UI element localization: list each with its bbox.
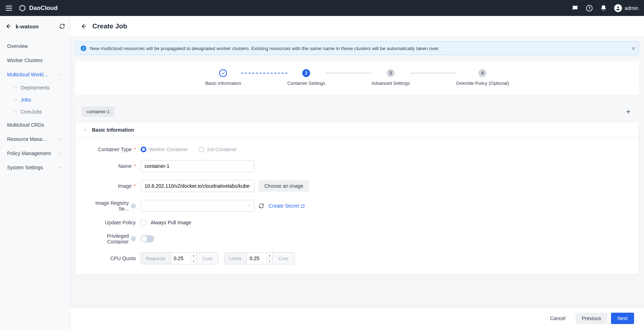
sidebar-item-worker-clusters[interactable]: Worker Clusters xyxy=(0,53,70,67)
menu-icon[interactable] xyxy=(6,6,12,11)
add-container-button[interactable]: + xyxy=(624,107,633,116)
container-tabs: container-1 + xyxy=(75,102,639,122)
radio-icon xyxy=(199,147,204,152)
panel-title: Basic Information xyxy=(92,127,134,133)
sidebar-item-multicloud-crds[interactable]: Multicloud CRDs xyxy=(0,118,70,132)
help-icon[interactable]: ? xyxy=(131,203,136,208)
cluster-name: k-watson xyxy=(16,23,39,29)
step-3[interactable]: 3 Advanced Settings xyxy=(372,69,410,86)
step-connector xyxy=(410,73,456,73)
sidebar-item-overview[interactable]: Overview xyxy=(0,39,70,53)
info-icon: i xyxy=(81,45,86,51)
username: admin xyxy=(625,5,638,11)
row-cpu-quota: CPU Quota Requests ▲▼ Core Limits xyxy=(86,252,629,264)
step-1[interactable]: Basic Information xyxy=(205,69,241,86)
stepper-icon[interactable]: ▲▼ xyxy=(190,253,197,264)
sidebar-item-multicloud-workloads[interactable]: Multicloud Worklo... xyxy=(0,67,70,82)
row-name: Name* xyxy=(86,160,629,172)
previous-button[interactable]: Previous xyxy=(575,313,607,324)
topbar: DaoCloud ? admin xyxy=(0,0,644,16)
refresh-icon[interactable] xyxy=(259,203,264,209)
sidebar-item-deployments[interactable]: Deployments xyxy=(0,82,70,94)
chevron-down-icon xyxy=(59,137,63,141)
name-input[interactable] xyxy=(141,160,254,172)
avatar-icon xyxy=(614,4,622,12)
sidebar-item-resource-management[interactable]: Resource Manage... xyxy=(0,132,70,146)
row-update-policy: Update Policy Always Pull Image xyxy=(86,220,629,225)
refresh-icon[interactable] xyxy=(59,23,65,29)
cpu-requests-group: Requests ▲▼ Core xyxy=(141,252,218,264)
user-menu[interactable]: admin xyxy=(614,4,638,12)
always-pull-checkbox[interactable] xyxy=(141,220,146,225)
next-button[interactable]: Next xyxy=(611,313,634,324)
cpu-limits-input[interactable] xyxy=(247,253,266,264)
requests-label: Requests xyxy=(141,253,171,264)
unit-label: Core xyxy=(273,253,294,264)
step-circle: 4 xyxy=(478,69,486,77)
chevron-down-icon xyxy=(59,151,63,155)
sidebar-item-system-settings[interactable]: System Settings xyxy=(0,160,70,175)
main: Create Job i New multicloud resources wi… xyxy=(70,16,644,329)
limits-label: Limits xyxy=(224,253,247,264)
close-icon[interactable]: × xyxy=(632,45,635,52)
row-privileged: Privileged Container? xyxy=(86,233,629,245)
help-icon[interactable]: ? xyxy=(131,236,136,241)
external-link-icon xyxy=(301,204,305,208)
topbar-left: DaoCloud xyxy=(6,4,58,12)
radio-init-container[interactable]: Init Container xyxy=(199,147,237,152)
container-tab-1[interactable]: container-1 xyxy=(82,106,115,117)
page-title: Create Job xyxy=(92,22,127,30)
stepper-card: Basic Information 2 Container Settings 3… xyxy=(75,61,639,95)
create-secret-link[interactable]: Create Secret xyxy=(269,203,305,209)
sidebar-item-policy-management[interactable]: Policy Management xyxy=(0,146,70,160)
radio-worker-container[interactable]: Worker Container xyxy=(141,147,188,152)
chevron-down-icon xyxy=(83,128,87,132)
info-alert: i New multicloud resources will be propa… xyxy=(75,42,639,55)
panel-body: Container Type* Worker Container Init Co… xyxy=(76,138,639,274)
sidebar-item-cronjobs[interactable]: CronJobs xyxy=(0,106,70,118)
check-icon xyxy=(219,69,227,77)
cancel-button[interactable]: Cancel xyxy=(543,313,572,324)
chevron-up-icon xyxy=(59,72,63,77)
content: i New multicloud resources will be propa… xyxy=(70,37,644,307)
sidebar-item-jobs[interactable]: Jobs xyxy=(0,94,70,106)
bell-icon[interactable] xyxy=(600,5,607,12)
step-connector xyxy=(325,73,372,73)
topbar-right: ? admin xyxy=(572,4,638,12)
stepper-icon[interactable]: ▲▼ xyxy=(266,253,273,264)
chevron-down-icon xyxy=(59,165,63,170)
unit-label: Core xyxy=(197,253,218,264)
cpu-requests-input[interactable] xyxy=(171,253,190,264)
row-container-type: Container Type* Worker Container Init Co… xyxy=(86,147,629,152)
brand[interactable]: DaoCloud xyxy=(18,4,58,12)
basic-info-panel: Basic Information Container Type* Worker… xyxy=(75,122,639,275)
page-back-icon[interactable] xyxy=(80,23,87,29)
form-card: container-1 + Basic Information Containe… xyxy=(75,102,639,275)
always-pull-label: Always Pull Image xyxy=(151,220,191,225)
step-2[interactable]: 2 Container Settings xyxy=(287,69,325,86)
chevron-down-icon xyxy=(246,204,250,208)
footer-bar: Cancel Previous Next xyxy=(70,307,644,329)
registry-secret-select[interactable] xyxy=(141,200,254,212)
privileged-toggle[interactable] xyxy=(141,235,154,242)
alert-text: New multicloud resources will be propaga… xyxy=(90,46,439,51)
step-circle: 2 xyxy=(302,69,310,77)
image-input[interactable] xyxy=(141,180,254,192)
svg-text:?: ? xyxy=(588,6,591,10)
step-4[interactable]: 4 Override Policy (Optional) xyxy=(456,69,509,86)
message-icon[interactable] xyxy=(572,5,579,12)
sidebar-header: k-watson xyxy=(0,21,70,36)
cpu-limits-group: Limits ▲▼ Core xyxy=(224,252,294,264)
svg-point-2 xyxy=(617,6,619,8)
back-arrow-icon[interactable] xyxy=(5,23,11,29)
panel-header[interactable]: Basic Information xyxy=(76,122,639,138)
sidebar: k-watson Overview Worker Clusters Multic… xyxy=(0,16,70,329)
choose-image-button[interactable]: Choose an image xyxy=(259,180,309,192)
step-connector xyxy=(241,73,287,73)
brand-name: DaoCloud xyxy=(29,5,58,12)
stepper: Basic Information 2 Container Settings 3… xyxy=(75,69,639,86)
row-image: Image* Choose an image xyxy=(86,180,629,192)
brand-logo-icon xyxy=(18,4,26,12)
row-image-registry-secret: Image Registry Se...? Create Secret xyxy=(86,200,629,212)
help-icon[interactable]: ? xyxy=(586,5,593,12)
